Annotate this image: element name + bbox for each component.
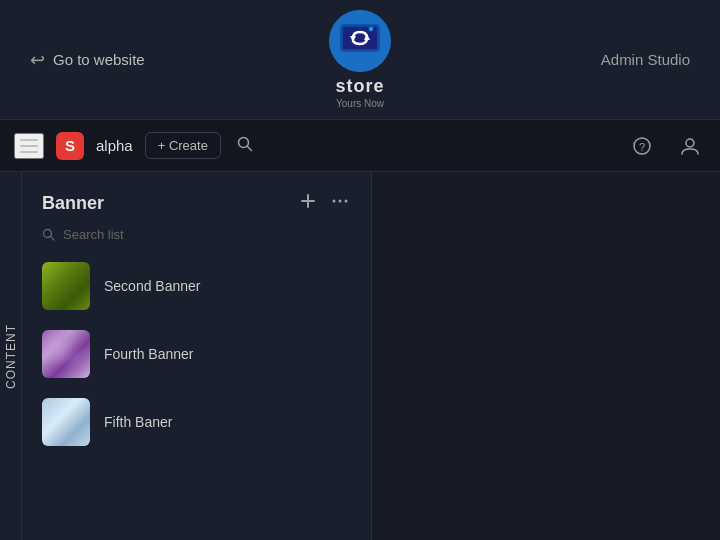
svg-line-5 bbox=[247, 146, 251, 150]
thumb-3 bbox=[42, 398, 90, 446]
logo-icon bbox=[335, 16, 385, 66]
item-label-3: Fifth Baner bbox=[104, 414, 172, 430]
profile-button[interactable] bbox=[674, 130, 706, 162]
search-bar[interactable]: Search list bbox=[42, 227, 351, 242]
banner-list: Second Banner Fourth Banner Fifth Baner bbox=[22, 254, 371, 454]
logo-name: store bbox=[335, 76, 384, 97]
search-button[interactable] bbox=[233, 132, 257, 160]
search-placeholder: Search list bbox=[63, 227, 124, 242]
help-button[interactable]: ? bbox=[626, 130, 658, 162]
plus-icon bbox=[299, 192, 317, 210]
go-to-website-label: Go to website bbox=[53, 51, 145, 68]
profile-icon bbox=[680, 136, 700, 156]
hamburger-line-3 bbox=[20, 151, 38, 153]
ellipsis-icon bbox=[331, 192, 349, 210]
go-to-website-link[interactable]: ↩ Go to website bbox=[30, 49, 145, 71]
create-button[interactable]: + Create bbox=[145, 132, 221, 159]
panel-title: Banner bbox=[42, 193, 104, 214]
svg-point-8 bbox=[686, 139, 694, 147]
panel-actions bbox=[297, 190, 351, 217]
logo-area: store Yours Now bbox=[329, 10, 391, 109]
list-item[interactable]: Second Banner bbox=[32, 254, 361, 318]
svg-line-15 bbox=[51, 237, 55, 241]
workspace-name: alpha bbox=[96, 137, 133, 154]
thumb-2 bbox=[42, 330, 90, 378]
arrow-left-icon: ↩ bbox=[30, 49, 45, 71]
hamburger-line-1 bbox=[20, 139, 38, 141]
more-options-button[interactable] bbox=[329, 190, 351, 217]
svg-rect-1 bbox=[343, 27, 377, 49]
hamburger-button[interactable] bbox=[14, 133, 44, 159]
item-thumbnail-1 bbox=[42, 262, 90, 310]
top-header: ↩ Go to website store Yours Now Admin St… bbox=[0, 0, 720, 120]
item-thumbnail-2 bbox=[42, 330, 90, 378]
list-item[interactable]: Fourth Banner bbox=[32, 322, 361, 386]
content-tab[interactable]: Content bbox=[0, 172, 22, 540]
thumb-1 bbox=[42, 262, 90, 310]
search-icon bbox=[237, 136, 253, 152]
list-item[interactable]: Fifth Baner bbox=[32, 390, 361, 454]
search-bar-icon bbox=[42, 228, 55, 241]
logo-circle bbox=[329, 10, 391, 72]
panel-header: Banner bbox=[22, 172, 371, 227]
logo-tagline: Yours Now bbox=[336, 98, 384, 109]
svg-point-11 bbox=[332, 200, 335, 203]
svg-point-13 bbox=[344, 200, 347, 203]
workspace-badge: S bbox=[56, 132, 84, 160]
svg-text:?: ? bbox=[639, 140, 645, 152]
hamburger-line-2 bbox=[20, 145, 38, 147]
right-panel bbox=[372, 172, 721, 540]
main-area: Content Banner bbox=[0, 172, 720, 540]
content-tab-label: Content bbox=[4, 324, 18, 389]
add-item-button[interactable] bbox=[297, 190, 319, 217]
item-label-1: Second Banner bbox=[104, 278, 201, 294]
content-panel: Banner bbox=[22, 172, 372, 540]
toolbar-right: ? bbox=[626, 130, 706, 162]
svg-point-12 bbox=[338, 200, 341, 203]
admin-studio-label: Admin Studio bbox=[601, 51, 690, 68]
help-icon: ? bbox=[633, 137, 651, 155]
item-label-2: Fourth Banner bbox=[104, 346, 194, 362]
item-thumbnail-3 bbox=[42, 398, 90, 446]
toolbar: S alpha + Create ? bbox=[0, 120, 720, 172]
